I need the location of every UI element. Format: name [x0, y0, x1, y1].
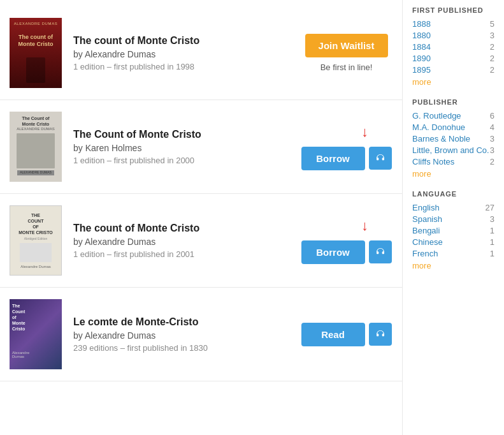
book-list: ALEXANDRE DUMAS The count ofMonte Cristo…: [0, 0, 402, 435]
book-author: by Alexandre Dumas: [73, 330, 291, 341]
filter-link[interactable]: 1880: [412, 31, 431, 40]
filter-link[interactable]: G. Routledge: [412, 111, 461, 121]
filter-count: 1: [490, 226, 494, 235]
sidebar-filter-item: 1890 2: [412, 54, 494, 63]
book-actions: ↓ Borrow: [300, 124, 392, 170]
cover-title-text: The count ofMonte Cristo: [18, 34, 54, 48]
book-actions: Read: [300, 323, 392, 346]
sidebar-filter-item: M.A. Donohue 4: [412, 122, 494, 132]
sidebar-filter-item: English 27: [412, 203, 494, 212]
borrow-button[interactable]: Borrow: [301, 240, 365, 264]
book-info: The Count of Monte Cristo by Karen Holme…: [73, 129, 291, 165]
filter-count: 2: [490, 42, 494, 52]
filter-link[interactable]: Chinese: [412, 237, 443, 247]
sidebar-heading: PUBLISHER: [412, 98, 494, 106]
sidebar-filter-item: 1895 2: [412, 65, 494, 75]
headphone-icon: [375, 152, 385, 164]
sidebar-heading: FIRST PUBLISHED: [412, 6, 494, 14]
sidebar-section-publisher: PUBLISHER G. Routledge 6 M.A. Donohue 4 …: [412, 98, 494, 179]
book-cover: The Count ofMonte Cristo ALEXANDRE DUMAS…: [10, 112, 62, 182]
filter-count: 6: [490, 111, 494, 121]
filter-count: 2: [490, 65, 494, 75]
action-row: Read: [301, 323, 392, 346]
more-link[interactable]: more: [412, 169, 494, 179]
filter-link[interactable]: Spanish: [412, 214, 442, 224]
book-title: The count of Monte Cristo: [73, 223, 291, 234]
sidebar-heading: LANGUAGE: [412, 190, 494, 198]
sidebar-filter-item: G. Routledge 6: [412, 111, 494, 121]
book-item: The Count ofMonte Cristo ALEXANDRE DUMAS…: [0, 100, 402, 194]
filter-link[interactable]: English: [412, 203, 440, 212]
sidebar-filter-item: Spanish 3: [412, 214, 494, 224]
sidebar-filter-item: Bengali 1: [412, 226, 494, 235]
borrow-button[interactable]: Borrow: [301, 147, 365, 170]
filter-count: 4: [490, 122, 494, 132]
cover-title-text: THECOUNTOFMONTE CRISTO: [18, 212, 53, 235]
book-title: The count of Monte Cristo: [73, 35, 291, 47]
cover-title-text: TheCountofMonteCristo: [12, 303, 25, 332]
book-item: TheCountofMonteCristo AlexandreDumas Le …: [0, 288, 402, 381]
book-author: by Karen Holmes: [73, 143, 291, 153]
book-actions: Join Waitlist Be first in line!: [300, 34, 392, 72]
action-row: Borrow: [301, 240, 392, 264]
book-info: The count of Monte Cristo by Alexandre D…: [73, 35, 291, 71]
book-cover: THECOUNTOFMONTE CRISTO Abridged Edition …: [10, 205, 62, 276]
filter-count: 3: [490, 31, 494, 40]
headphone-icon: [375, 328, 385, 340]
book-cover: TheCountofMonteCristo AlexandreDumas: [10, 299, 62, 369]
page-layout: ALEXANDRE DUMAS The count ofMonte Cristo…: [0, 0, 504, 435]
filter-link[interactable]: Cliffs Notes: [412, 157, 454, 166]
book-cover: ALEXANDRE DUMAS The count ofMonte Cristo: [10, 18, 62, 88]
arrow-indicator: ↓: [361, 124, 368, 140]
action-row: Borrow: [301, 147, 392, 170]
filter-link[interactable]: Barnes & Noble: [412, 134, 470, 144]
cover-author-text: Alexandre Dumas: [20, 265, 51, 269]
book-meta: 1 edition – first published in 2000: [73, 156, 291, 165]
book-author: by Alexandre Dumas: [73, 237, 291, 247]
headphone-icon: [375, 246, 385, 258]
sidebar-filter-item: 1884 2: [412, 42, 494, 52]
sidebar-filter-item: 1888 5: [412, 19, 494, 29]
filter-count: 3: [490, 134, 494, 144]
book-title: Le comte de Monte-Cristo: [73, 316, 291, 328]
more-link[interactable]: more: [412, 261, 494, 270]
sidebar-filter-item: French 1: [412, 249, 494, 258]
sidebar: FIRST PUBLISHED 1888 5 1880 3 1884 2 189…: [402, 0, 504, 435]
sidebar-filter-item: Barnes & Noble 3: [412, 134, 494, 144]
sidebar-filter-item: Cliffs Notes 2: [412, 157, 494, 166]
book-title: The Count of Monte Cristo: [73, 129, 291, 140]
filter-count: 2: [490, 54, 494, 63]
book-meta: 239 editions – first published in 1830: [73, 343, 291, 353]
filter-count: 27: [486, 203, 494, 212]
filter-count: 2: [490, 157, 494, 166]
read-button[interactable]: Read: [301, 323, 365, 346]
sidebar-filter-item: Little, Brown and Co. 3: [412, 145, 494, 155]
audio-button[interactable]: [369, 240, 392, 263]
join-waitlist-button[interactable]: Join Waitlist: [305, 34, 388, 57]
cover-author-text: ALEXANDRE DUMAS: [14, 22, 58, 26]
filter-link[interactable]: Little, Brown and Co.: [412, 145, 489, 155]
book-meta: 1 edition – first published in 2001: [73, 249, 291, 259]
book-info: The count of Monte Cristo by Alexandre D…: [73, 223, 291, 259]
waitlist-sub-text: Be first in line!: [320, 63, 373, 72]
cover-title-text: The Count ofMonte Cristo: [22, 115, 49, 127]
audio-button[interactable]: [369, 323, 392, 346]
filter-link[interactable]: 1888: [412, 19, 431, 29]
filter-link[interactable]: M.A. Donohue: [412, 122, 465, 132]
filter-link[interactable]: 1884: [412, 42, 431, 52]
filter-link[interactable]: Bengali: [412, 226, 440, 235]
book-author: by Alexandre Dumas: [73, 49, 291, 59]
sidebar-filter-item: 1880 3: [412, 31, 494, 40]
filter-link[interactable]: 1890: [412, 54, 431, 63]
filter-count: 3: [490, 214, 494, 224]
arrow-indicator: ↓: [361, 218, 368, 234]
book-meta: 1 edition – first published in 1998: [73, 62, 291, 71]
filter-count: 5: [490, 19, 494, 29]
book-info: Le comte de Monte-Cristo by Alexandre Du…: [73, 316, 291, 353]
filter-link[interactable]: 1895: [412, 65, 431, 75]
more-link[interactable]: more: [412, 77, 494, 87]
book-actions: ↓ Borrow: [300, 218, 392, 264]
audio-button[interactable]: [369, 147, 392, 170]
filter-count: 3: [490, 145, 494, 155]
filter-link[interactable]: French: [412, 249, 438, 258]
